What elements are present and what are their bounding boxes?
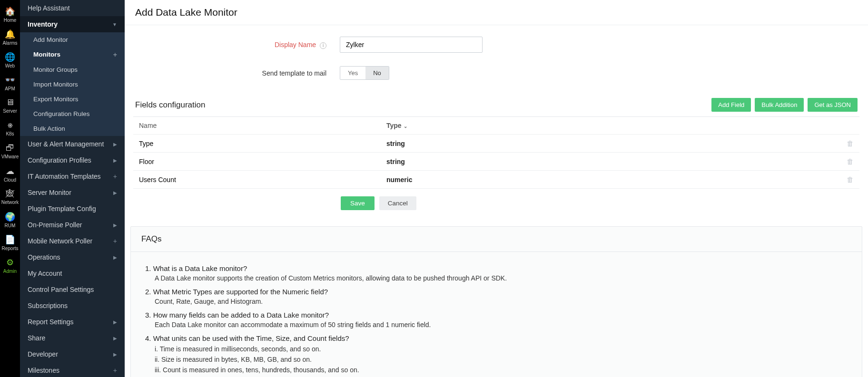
bulk-addition-button[interactable]: Bulk Addition (755, 98, 804, 112)
sidebar-item-server-monitor[interactable]: Server Monitor▶ (20, 184, 125, 201)
rail-item-admin[interactable]: ⚙Admin (0, 254, 20, 277)
rail-label: VMware (1, 154, 19, 159)
sidebar-item-share[interactable]: Share▶ (20, 330, 125, 346)
faq-title: FAQs (131, 227, 862, 252)
sidebar-item-milestones[interactable]: Milestones+ (20, 362, 125, 377)
sidebar-label: Inventory (28, 20, 58, 28)
sidebar-label: IT Automation Templates (28, 173, 101, 180)
sidebar-label: Milestones (28, 367, 59, 374)
rail-item-web[interactable]: 🌐Web (0, 48, 20, 71)
apm-icon: 👓 (5, 75, 15, 85)
sidebar-item-it-automation-templates[interactable]: IT Automation Templates+ (20, 168, 125, 184)
plus-icon[interactable]: + (113, 173, 117, 180)
field-name: Floor (139, 158, 386, 165)
sidebar-sub-monitor-groups[interactable]: Monitor Groups (20, 62, 125, 77)
display-name-input[interactable] (340, 37, 483, 53)
cancel-button[interactable]: Cancel (379, 196, 416, 210)
delete-icon[interactable]: 🗑 (835, 139, 854, 147)
table-header: Name Type⌄ (133, 117, 859, 135)
sidebar-item-my-account[interactable]: My Account (20, 265, 125, 281)
rail-item-reports[interactable]: 📄Reports (0, 231, 20, 254)
sidebar-label: Bulk Action (33, 125, 65, 132)
rail-item-alarms[interactable]: 🔔Alarms (0, 26, 20, 48)
plus-icon[interactable]: + (113, 367, 117, 374)
sidebar-label: Developer (28, 350, 58, 358)
server-icon: 🖥 (6, 97, 14, 107)
sidebar-item-on-premise-poller[interactable]: On-Premise Poller▶ (20, 217, 125, 233)
sidebar-item-configuration-profiles[interactable]: Configuration Profiles▶ (20, 152, 125, 168)
sidebar-item-operations[interactable]: Operations▶ (20, 249, 125, 265)
sidebar-label: Mobile Network Poller (28, 237, 92, 245)
sidebar-sub-monitors[interactable]: Monitors+ (20, 47, 125, 62)
field-name: Type (139, 140, 386, 147)
sidebar-item-plugin-template-config[interactable]: Plugin Template Config (20, 201, 125, 217)
toggle-no[interactable]: No (365, 67, 389, 79)
add-field-button[interactable]: Add Field (711, 98, 751, 112)
chevron-right-icon: ▶ (113, 336, 117, 341)
toggle-yes[interactable]: Yes (340, 67, 365, 79)
display-name-label: Display Name i (135, 41, 340, 49)
sidebar-section-inventory[interactable]: Inventory ▼ (20, 16, 125, 32)
get-as-json-button[interactable]: Get as JSON (808, 98, 858, 112)
sidebar-item-mobile-network-poller[interactable]: Mobile Network Poller+ (20, 233, 125, 249)
rail-item-rum[interactable]: 🌍RUM (0, 208, 20, 231)
plus-icon[interactable]: + (113, 51, 117, 58)
rail-item-network[interactable]: 🕸Network (0, 185, 20, 208)
faq-answer: A Data Lake monitor supports the creatio… (155, 274, 848, 282)
chevron-right-icon: ▶ (113, 222, 117, 228)
rail-item-apm[interactable]: 👓APM (0, 71, 20, 94)
sidebar-label: My Account (28, 270, 62, 277)
rail-item-vmware[interactable]: 🗗VMware (0, 140, 20, 163)
sidebar-sub-configuration-rules[interactable]: Configuration Rules (20, 106, 125, 121)
sidebar-sub-add-monitor[interactable]: Add Monitor (20, 32, 125, 47)
sidebar-item-developer[interactable]: Developer▶ (20, 346, 125, 362)
delete-icon[interactable]: 🗑 (835, 175, 854, 184)
sidebar-item-subscriptions[interactable]: Subscriptions (20, 298, 125, 314)
col-type-header[interactable]: Type⌄ (386, 122, 835, 129)
rail-item-home[interactable]: 🏠Home (0, 3, 20, 26)
cloud-icon: ☁ (6, 166, 14, 176)
send-template-label: Send template to mail (135, 69, 340, 77)
faq-question: 3. How many fields can be added to a Dat… (145, 311, 848, 319)
sidebar-label: Export Monitors (33, 96, 79, 103)
chevron-right-icon: ▶ (113, 158, 117, 163)
save-button[interactable]: Save (341, 196, 375, 210)
rail-label: K8s (6, 131, 14, 136)
sidebar-item-user-alert-management[interactable]: User & Alert Management▶ (20, 136, 125, 152)
page-title: Add Data Lake Monitor (125, 0, 868, 25)
rum-icon: 🌍 (5, 212, 15, 222)
table-row: Typestring🗑 (133, 135, 859, 153)
web-icon: 🌐 (5, 52, 15, 62)
sidebar-item-control-panel-settings[interactable]: Control Panel Settings (20, 281, 125, 298)
chevron-right-icon: ▶ (113, 255, 117, 260)
table-row: Floorstring🗑 (133, 153, 859, 171)
sidebar-sub-export-monitors[interactable]: Export Monitors (20, 92, 125, 106)
chevron-down-icon: ▼ (112, 22, 117, 27)
sidebar-help-assistant[interactable]: Help Assistant (20, 0, 125, 16)
sidebar-label: Configuration Rules (33, 110, 90, 117)
rail-item-k8s[interactable]: ⎈K8s (0, 117, 20, 140)
help-icon[interactable]: i (320, 42, 326, 49)
rail-label: Server (3, 108, 17, 114)
k8s-icon: ⎈ (8, 120, 13, 130)
network-icon: 🕸 (6, 189, 14, 199)
sidebar-label: Help Assistant (28, 4, 70, 12)
rail-label: Web (5, 63, 15, 68)
rail-label: Reports (1, 246, 18, 251)
sidebar-label: On-Premise Poller (28, 221, 82, 229)
delete-icon[interactable]: 🗑 (835, 157, 854, 165)
vmware-icon: 🗗 (6, 143, 14, 153)
faq-sub-answer: iii. Count is measured in ones, tens, hu… (155, 366, 848, 374)
plus-icon[interactable]: + (113, 237, 117, 245)
sidebar-label: Subscriptions (28, 302, 68, 309)
rail-item-cloud[interactable]: ☁Cloud (0, 163, 20, 185)
faq-answer: Count, Rate, Gauge, and Histogram. (155, 298, 848, 305)
sidebar-label: Import Monitors (33, 81, 78, 88)
rail-label: APM (5, 86, 15, 91)
rail-item-server[interactable]: 🖥Server (0, 94, 20, 117)
sidebar-item-report-settings[interactable]: Report Settings▶ (20, 314, 125, 330)
sidebar-sub-bulk-action[interactable]: Bulk Action (20, 121, 125, 136)
faq-question: 2. What Metric Types are supported for t… (145, 288, 848, 296)
faq-question: 4. What units can be used with the Time,… (145, 334, 848, 342)
sidebar-sub-import-monitors[interactable]: Import Monitors (20, 77, 125, 92)
